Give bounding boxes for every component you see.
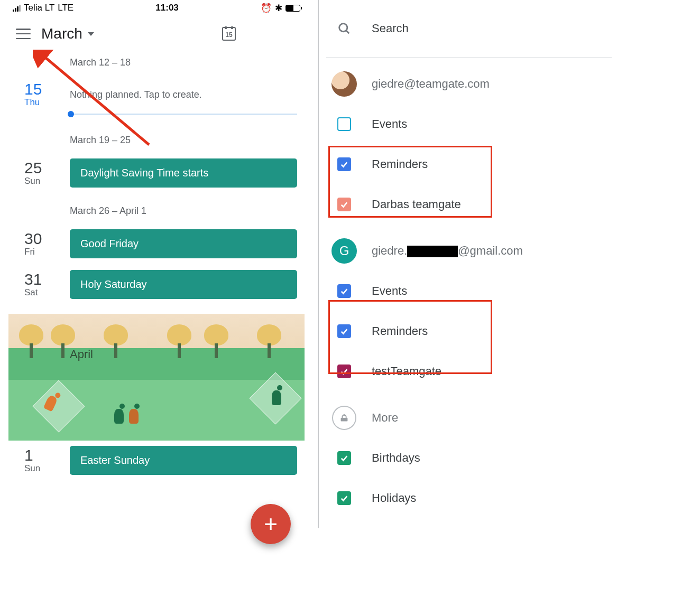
empty-day-hint[interactable]: Nothing planned. Tap to create. — [70, 89, 297, 100]
checkbox-checked-icon[interactable] — [337, 451, 351, 465]
account-email: giedre.@gmail.com — [372, 244, 523, 258]
today-button[interactable]: 15 — [222, 27, 236, 41]
calendar-toggle-holidays[interactable]: Holidays — [326, 478, 612, 518]
status-bar: Telia LT LTE 11:03 ⏰ ✱ — [8, 0, 305, 16]
agenda-row[interactable]: 30 Fri Good Friday — [8, 226, 305, 261]
week-range-label: March 12 – 18 — [8, 48, 305, 78]
svg-point-4 — [344, 414, 345, 416]
network-label: LTE — [58, 3, 73, 13]
month-picker-button[interactable]: March — [41, 25, 211, 42]
chevron-down-icon — [88, 32, 94, 36]
avatar — [331, 71, 357, 97]
menu-icon[interactable] — [16, 29, 31, 39]
carrier-label: Telia LT — [24, 3, 54, 13]
week-range-label: March 26 – April 1 — [8, 191, 305, 226]
account-email: giedre@teamgate.com — [372, 77, 490, 91]
checkbox-checked-icon[interactable] — [337, 365, 351, 378]
calendar-label: Reminders — [372, 157, 428, 171]
day-number: 1 — [24, 447, 33, 463]
day-name: Fri — [24, 247, 35, 257]
agenda-row[interactable]: 1 Sun Easter Sunday — [8, 443, 305, 478]
day-name: Thu — [24, 97, 40, 108]
more-icon — [332, 406, 356, 430]
checkbox-checked-icon[interactable] — [337, 198, 351, 211]
drawer-pane: Search giedre@teamgate.com Events Remind… — [326, 0, 612, 528]
more-label: More — [372, 411, 398, 425]
plus-icon: + — [264, 511, 278, 537]
calendar-toggle-reminders[interactable]: Reminders — [326, 311, 612, 351]
app-bar: March 15 — [8, 16, 305, 48]
calendar-label: Holidays — [372, 491, 416, 505]
search-icon — [331, 16, 357, 41]
day-number: 25 — [24, 160, 42, 176]
avatar: G — [331, 238, 357, 264]
account-row[interactable]: G giedre.@gmail.com — [326, 225, 612, 271]
calendar-toggle-reminders[interactable]: Reminders — [326, 144, 612, 184]
checkbox-checked-icon[interactable] — [337, 324, 351, 338]
agenda-row-today[interactable]: 15 Thu Nothing planned. Tap to create. — [8, 78, 305, 111]
calendar-toggle-events[interactable]: Events — [326, 271, 612, 311]
signal-icon — [13, 5, 21, 12]
calendar-label: Events — [372, 117, 407, 131]
svg-point-1 — [339, 24, 347, 32]
calendar-toggle-darbas[interactable]: Darbas teamgate — [326, 184, 612, 225]
day-number: 30 — [24, 231, 42, 247]
day-name: Sun — [24, 176, 40, 186]
checkbox-unchecked-icon[interactable] — [337, 117, 351, 131]
calendar-label: Darbas teamgate — [372, 198, 461, 211]
month-label: March — [41, 25, 82, 42]
clock-label: 11:03 — [73, 3, 261, 13]
month-header-illustration: April — [8, 314, 305, 441]
pane-divider — [318, 0, 319, 528]
event-pill[interactable]: Easter Sunday — [70, 446, 297, 475]
agenda-row[interactable]: 25 Sun Daylight Saving Time starts — [8, 155, 305, 191]
day-name: Sat — [24, 287, 38, 298]
event-pill[interactable]: Good Friday — [70, 229, 297, 258]
agenda-row[interactable]: 31 Sat Holy Saturday — [8, 267, 305, 302]
account-row[interactable]: giedre@teamgate.com — [326, 58, 612, 104]
phone-calendar-pane: Telia LT LTE 11:03 ⏰ ✱ March 15 March 12… — [8, 0, 305, 528]
svg-rect-3 — [341, 418, 348, 421]
calendar-toggle-events[interactable]: Events — [326, 104, 612, 144]
alarm-icon: ⏰ — [261, 3, 272, 14]
checkbox-checked-icon[interactable] — [337, 491, 351, 505]
battery-icon — [285, 5, 300, 12]
search-row[interactable]: Search — [326, 0, 612, 58]
agenda-list[interactable]: March 12 – 18 15 Thu Nothing planned. Ta… — [8, 48, 305, 478]
create-event-fab[interactable]: + — [251, 504, 291, 544]
checkbox-checked-icon[interactable] — [337, 157, 351, 171]
day-number: 15 — [24, 81, 42, 97]
calendar-toggle-birthdays[interactable]: Birthdays — [326, 438, 612, 478]
bluetooth-icon: ✱ — [275, 3, 282, 14]
redacted-block — [407, 246, 458, 257]
day-number: 31 — [24, 272, 42, 287]
event-pill[interactable]: Daylight Saving Time starts — [70, 158, 297, 188]
calendar-label: Reminders — [372, 324, 428, 338]
calendar-label: testTeamgate — [372, 365, 441, 378]
more-calendars-row[interactable]: More — [326, 391, 612, 438]
calendar-label: Birthdays — [372, 451, 420, 465]
search-label: Search — [372, 22, 409, 35]
svg-line-2 — [346, 31, 349, 34]
calendar-label: Events — [372, 284, 407, 298]
event-pill[interactable]: Holy Saturday — [70, 270, 297, 299]
calendar-toggle-testteamgate[interactable]: testTeamgate — [326, 351, 612, 391]
now-indicator — [70, 114, 297, 115]
checkbox-checked-icon[interactable] — [337, 284, 351, 298]
week-range-label: March 19 – 25 — [8, 125, 305, 155]
month-heading: April — [70, 348, 93, 361]
day-name: Sun — [24, 463, 40, 474]
